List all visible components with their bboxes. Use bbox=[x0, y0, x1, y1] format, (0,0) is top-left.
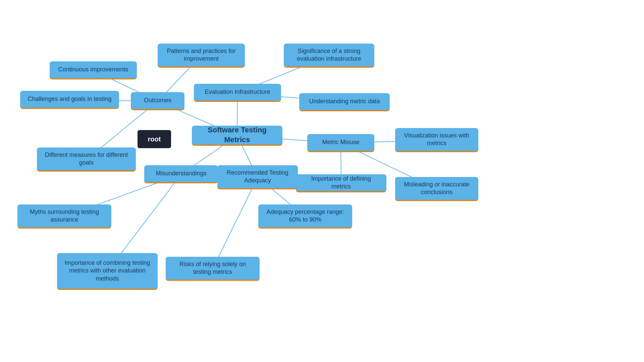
node-misunderstandings[interactable]: Misunderstandings bbox=[144, 165, 218, 183]
node-risks_relying[interactable]: Risks of relying solely on testing metri… bbox=[166, 257, 260, 281]
node-patterns_practices[interactable]: Patterns and practices for improvement bbox=[158, 44, 245, 68]
node-recommended_testing[interactable]: Recommended Testing Adequacy bbox=[217, 165, 298, 189]
node-challenges_goals[interactable]: Challenges and goals in testing bbox=[20, 91, 119, 109]
node-misleading_conclusions[interactable]: Misleading or inaccurate conclusions bbox=[395, 177, 478, 201]
node-understanding_metric[interactable]: Understanding metric data bbox=[299, 93, 390, 111]
node-significance_strong[interactable]: Significance of a strong evaluation infr… bbox=[284, 44, 374, 68]
node-visualization_issues[interactable]: Visualization issues with metrics bbox=[395, 128, 478, 152]
node-importance_defining[interactable]: Importance of defining metrics bbox=[296, 174, 386, 192]
node-metric_misuse[interactable]: Metric Misuse bbox=[307, 134, 374, 152]
node-root[interactable]: root bbox=[138, 130, 171, 148]
node-evaluation_infrastructure_node[interactable]: Evaluation Infrastructure bbox=[194, 84, 281, 102]
node-importance_combining[interactable]: Importance of combining testing metrics … bbox=[57, 253, 158, 290]
node-different_measures[interactable]: Different measures for different goals bbox=[37, 147, 136, 172]
node-adequacy_percentage[interactable]: Adequacy percentage range: 60% to 90% bbox=[258, 204, 352, 229]
node-software_testing_metrics[interactable]: Software Testing Metrics bbox=[192, 126, 282, 146]
mindmap-canvas: rootSoftware Testing MetricsOutcomesCont… bbox=[0, 0, 644, 362]
node-continuous_improvements[interactable]: Continuous improvements bbox=[50, 61, 137, 79]
connection-line bbox=[213, 177, 258, 269]
node-outcomes[interactable]: Outcomes bbox=[131, 92, 184, 110]
node-myths_surrounding[interactable]: Myths surrounding testing assurance bbox=[17, 204, 111, 229]
